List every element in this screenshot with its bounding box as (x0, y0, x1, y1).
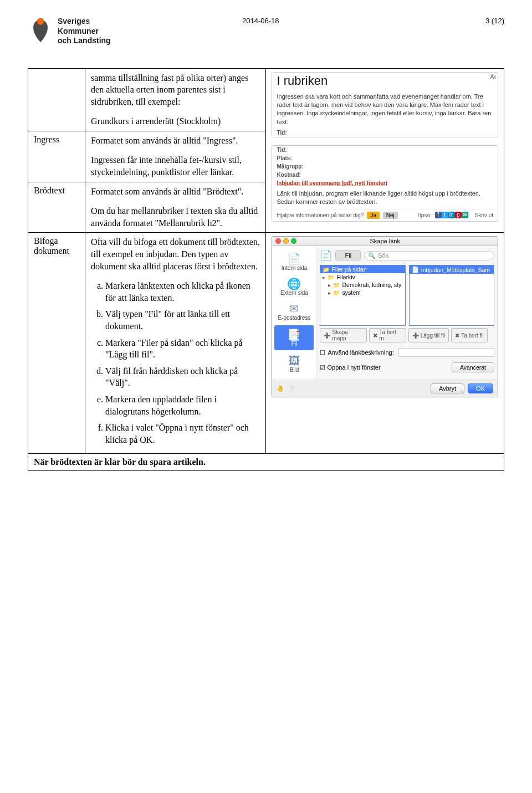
search-icon: 🔍 (368, 252, 376, 259)
org-name-line1: Sveriges (58, 17, 111, 27)
svg-point-0 (37, 18, 44, 25)
bifoga-p1: Ofta vill du bifoga ett dokument till br… (91, 236, 260, 272)
file-inbjudan: 📄Inbjudan_Mötesplats_Sam (410, 265, 494, 274)
screenshot-ingress: Ät I rubriken Ingressen ska vara kort oc… (272, 72, 498, 138)
shot1-title: I rubriken (272, 73, 498, 90)
bifoga-shot-cell: Skapa länk 📄 Intern sida 🌐 Extern sida (266, 233, 504, 454)
sidebar-item-bild[interactable]: 🖼 Bild (272, 351, 316, 376)
shot2-malgrupp: Målgrupp: (272, 162, 498, 171)
brodtext-label: Brödtext (28, 182, 85, 233)
bifoga-label: Bifoga dokument (28, 233, 85, 454)
plus-icon: ➕ (412, 332, 419, 339)
zoom-icon (291, 238, 296, 244)
bifoga-a: Markera länktexten och klicka på ikonen … (105, 280, 260, 304)
ingress-p1: Formatet som används är alltid "Ingress"… (91, 135, 260, 147)
advanced-button[interactable]: Avancerat (452, 362, 494, 372)
shot2-question: Hjälpte informationen på sidan dig? (277, 212, 364, 218)
window-controls[interactable] (275, 238, 296, 244)
shot2-no[interactable]: Nej (383, 212, 398, 219)
cancel-button[interactable]: Avbryt (431, 383, 464, 393)
add-file-button[interactable]: ➕Lägg till fil (408, 328, 449, 342)
globe-icon: 🌐 (273, 278, 315, 290)
ok-button[interactable]: OK (468, 383, 493, 393)
screenshot-brodtext: Tid: Plats: Målgrupp: Kostnad: Inbjudan … (272, 145, 498, 222)
ingress-label: Ingress (28, 131, 85, 182)
create-folder-button[interactable]: ➕Skapa mapp (320, 328, 367, 342)
org-logo: Sveriges Kommuner och Landsting (28, 17, 111, 46)
bifoga-f: Klicka i valet "Öppna i nytt fönster" oc… (105, 422, 260, 446)
shot2-link[interactable]: Inbjudan till evenemang (pdf, nytt fönst… (277, 180, 387, 186)
tree-filarkiv: ▸📁Filarkiv (320, 273, 405, 281)
org-name-line3: och Landsting (58, 36, 111, 46)
shot1-tid: Tid: (272, 129, 498, 137)
help-icon[interactable]: ❔ (288, 385, 295, 392)
dialog-sidebar: 📄 Intern sida 🌐 Extern sida ✉︎ E-postadr… (272, 246, 316, 380)
page-icon: 📄 (273, 253, 315, 265)
x-icon: ✖ (373, 332, 377, 339)
minimize-icon (283, 238, 289, 244)
plus-icon: ➕ (324, 332, 330, 339)
shot2-socials[interactable]: ftinp✉ (435, 212, 468, 218)
mail-icon: ✉︎ (273, 303, 315, 315)
sidebar-item-email[interactable]: ✉︎ E-postadress (272, 299, 316, 324)
bifoga-d: Välj fil från hårddisken och klicka på "… (105, 365, 260, 389)
checkbox-empty-icon: ☐ (320, 349, 325, 356)
shot2-desc: Länk till inbjudan, program eller liknan… (272, 187, 498, 209)
sidebar-item-fil[interactable]: 📑 Fil (274, 325, 314, 350)
search-input[interactable]: 🔍 Sök (364, 251, 494, 260)
skl-logo-icon (28, 17, 53, 45)
file-icon: 📑 (275, 329, 313, 341)
use-link-description[interactable]: ☐ Använd länkbeskrivning: (320, 348, 494, 357)
fil-tab-icon: 📄 (320, 249, 332, 262)
image-icon: 🖼 (273, 355, 315, 367)
sidebar-item-intern[interactable]: 📄 Intern sida (272, 249, 316, 274)
link-desc-input[interactable] (398, 348, 494, 357)
left-file-tree[interactable]: 📁Filer på sidan ▸📁Filarkiv ▸📁Demokrati, … (320, 265, 405, 326)
brodtext-p1: Formatet som används är alltid "Brödtext… (91, 186, 260, 198)
tree-system: ▸📁system (320, 289, 405, 296)
x-icon: ✖ (455, 332, 459, 339)
close-icon (275, 238, 281, 244)
row0-shot-cell: Ät I rubriken Ingressen ska vara kort oc… (266, 68, 504, 233)
shot2-plats: Plats: (272, 154, 498, 162)
bifoga-b: Välj typen "Fil" för att länka till ett … (105, 308, 260, 332)
instruction-table: samma tillställning fast på olika orter)… (28, 68, 504, 472)
tree-filer-pa-sidan: 📁Filer på sidan (320, 265, 405, 273)
shot2-tid: Tid: (272, 146, 498, 154)
open-new-window-check[interactable]: ☑ Öppna i nytt fönster (320, 364, 380, 371)
shot2-tipsa: Tipsa: (417, 212, 432, 218)
delete-file-button[interactable]: ✖Ta bort fil (451, 328, 488, 342)
tab-fil[interactable]: Fil (335, 250, 361, 260)
shot2-print[interactable]: Skriv ut (475, 212, 493, 218)
row0-p2: Grundkurs i arrenderätt (Stockholm) (91, 115, 260, 127)
shot2-yes[interactable]: Ja (367, 212, 380, 219)
tree-demokrati: ▸📁Demokrati, ledning, sty (320, 281, 405, 289)
right-file-list[interactable]: 📄Inbjudan_Mötesplats_Sam (409, 265, 494, 326)
shot1-desc: Ingressen ska vara kort och sammanfatta … (272, 90, 498, 129)
header-pager: 3 (12) (485, 17, 504, 25)
delete-folder-button[interactable]: ✖Ta bort m (369, 328, 406, 342)
hand-icon: 🤚 (277, 385, 284, 392)
row0-p1: samma tillställning fast på olika orter)… (91, 72, 260, 108)
page-header: Sveriges Kommuner och Landsting 2014-06-… (28, 17, 504, 46)
header-date: 2014-06-18 (242, 17, 279, 25)
footer-note: När brödtexten är klar bör du spara arti… (28, 454, 504, 471)
ingress-p2: Ingressen får inte innehålla fet-/kursiv… (91, 154, 260, 178)
org-name-line2: Kommuner (58, 27, 111, 37)
row0-label (28, 68, 85, 131)
create-link-dialog: Skapa länk 📄 Intern sida 🌐 Extern sida (272, 236, 498, 397)
shot1-sidebar: Ät (489, 74, 497, 80)
checkbox-checked-icon: ☑ (320, 364, 325, 371)
shot2-kostnad: Kostnad: (272, 171, 498, 179)
sidebar-item-extern[interactable]: 🌐 Extern sida (272, 274, 316, 299)
brodtext-p2: Om du har mellanrubriker i texten ska du… (91, 205, 260, 229)
bifoga-e: Markera den uppladdade filen i dialogrut… (105, 393, 260, 417)
dialog-title: Skapa länk (272, 238, 498, 244)
bifoga-c: Markera "Filer på sidan" och klicka på "… (105, 337, 260, 361)
